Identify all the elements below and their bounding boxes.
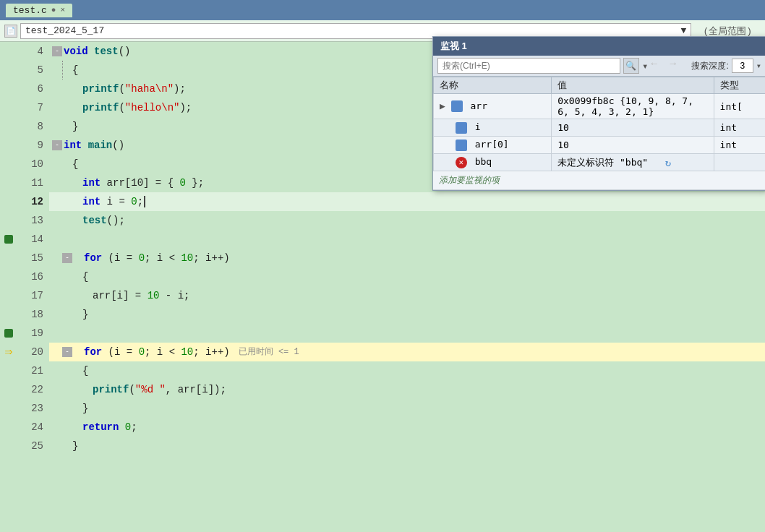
line-num-22: 22: [23, 380, 43, 399]
watch-row-i-type: int: [714, 119, 765, 137]
gutter-20: ⇒: [0, 343, 17, 361]
watch-row-i-name[interactable]: i: [434, 119, 552, 137]
watch-depth-input[interactable]: [732, 59, 753, 73]
fold-marker-4[interactable]: -: [52, 46, 62, 56]
gutter-22: [0, 380, 17, 399]
watch-table: 名称 值 类型 ▶ arr 0x0099fb8c {10, 9, 8, 7, 6…: [433, 77, 765, 171]
line-num-17: 17: [23, 286, 43, 305]
watch-nav-forward-button[interactable]: →: [670, 58, 685, 74]
code-line-20[interactable]: - for (i = 0; i < 10; i++) 已用时间 <= 1: [49, 343, 765, 361]
expand-icon-arr[interactable]: ▶: [440, 100, 445, 111]
watch-row-arr0-value: 10: [552, 137, 714, 154]
line-num-15: 15: [23, 249, 43, 267]
col-name-header: 名称: [434, 77, 552, 94]
code-line-25[interactable]: }: [49, 437, 765, 455]
gutter-15: [0, 249, 17, 267]
dropdown-arrow-icon: ▼: [681, 25, 687, 36]
gutter-18: [0, 305, 17, 324]
gutter-21: [0, 361, 17, 380]
line-numbers: 4 5 6 7 8 9 10 11 12 13 14 15 16 17 18 1…: [17, 42, 49, 532]
code-line-12[interactable]: int i = 0;: [49, 192, 765, 211]
tab-close-button[interactable]: ×: [60, 6, 65, 14]
col-value-header: 值: [552, 77, 714, 94]
tab-label: test.c: [13, 5, 47, 16]
code-line-17[interactable]: arr[i] = 10 - i;: [49, 286, 765, 305]
watch-row-bbq: ✕ bbq 未定义标识符 "bbq" ↻: [434, 154, 766, 171]
watch-row-arr0: arr[0] 10 int: [434, 137, 766, 154]
watch-table-header: 名称 值 类型: [434, 77, 766, 94]
search-icon: 🔍: [625, 61, 636, 72]
line-num-14: 14: [23, 230, 43, 249]
line-num-5: 5: [23, 61, 43, 80]
col-type-header: 类型: [714, 77, 765, 94]
watch-search-button[interactable]: 🔍: [623, 58, 639, 74]
watch-title: 监视 1: [440, 40, 467, 53]
add-watch-item[interactable]: 添加要监视的项: [433, 171, 765, 190]
gutter-14: [0, 230, 17, 249]
perf-hint-20: 已用时间 <= 1: [239, 343, 299, 361]
file-icon: 📄: [4, 25, 17, 38]
watch-nav-back-button[interactable]: ←: [651, 58, 667, 74]
breakpoint-14[interactable]: [4, 235, 13, 244]
gutter-7: [0, 98, 17, 117]
code-line-24[interactable]: return 0;: [49, 418, 765, 437]
code-line-18[interactable]: }: [49, 305, 765, 324]
line-num-4: 4: [23, 42, 43, 61]
watch-depth-arrow-icon[interactable]: ▾: [756, 61, 761, 72]
line-num-8: 8: [23, 117, 43, 136]
line-num-9: 9: [23, 136, 43, 155]
gutter-icons: ⇒: [0, 42, 17, 532]
search-dropdown-icon[interactable]: ▾: [642, 60, 648, 72]
fold-marker-15[interactable]: -: [62, 253, 72, 263]
execution-arrow-icon: ⇒: [5, 346, 13, 359]
breakpoint-19[interactable]: [4, 329, 13, 338]
code-line-23[interactable]: }: [49, 399, 765, 418]
watch-title-bar: 监视 1: [433, 37, 765, 56]
line-num-16: 16: [23, 267, 43, 286]
line-num-10: 10: [23, 155, 43, 173]
line-num-25: 25: [23, 437, 43, 455]
line-num-6: 6: [23, 80, 43, 98]
code-line-22[interactable]: printf("%d ", arr[i]);: [49, 380, 765, 399]
error-icon-bbq: ✕: [456, 157, 467, 168]
line-num-18: 18: [23, 305, 43, 324]
watch-toolbar: 🔍 ▾ ← → 搜索深度: ▾: [433, 56, 765, 77]
gutter-16: [0, 267, 17, 286]
watch-row-bbq-name[interactable]: ✕ bbq: [434, 154, 552, 171]
code-line-13[interactable]: test();: [49, 211, 765, 230]
watch-row-arr0-name[interactable]: arr[0]: [434, 137, 552, 154]
fold-marker-20[interactable]: -: [62, 347, 72, 357]
fold-marker-9[interactable]: -: [52, 140, 62, 150]
line-num-20: 20: [23, 343, 43, 361]
line-num-19: 19: [23, 324, 43, 343]
gutter-23: [0, 399, 17, 418]
line-num-21: 21: [23, 361, 43, 380]
gutter-5: [0, 61, 17, 80]
watch-row-arr-name[interactable]: ▶ arr: [434, 94, 552, 119]
watch-row-arr: ▶ arr 0x0099fb8c {10, 9, 8, 7, 6, 5, 4, …: [434, 94, 766, 119]
watch-icon-i: [456, 122, 467, 134]
gutter-24: [0, 418, 17, 437]
watch-row-arr0-type: int: [714, 137, 765, 154]
cursor: [144, 196, 145, 207]
gutter-10: [0, 155, 17, 173]
code-line-19[interactable]: [49, 324, 765, 343]
gutter-19: [0, 324, 17, 343]
gutter-4: [0, 42, 17, 61]
code-line-15[interactable]: - for (i = 0; i < 10; i++): [49, 249, 765, 267]
code-line-14[interactable]: [49, 230, 765, 249]
watch-row-i: i 10 int: [434, 119, 766, 137]
code-line-16[interactable]: {: [49, 267, 765, 286]
code-line-21[interactable]: {: [49, 361, 765, 380]
line-num-24: 24: [23, 418, 43, 437]
watch-row-arr-value: 0x0099fb8c {10, 9, 8, 7, 6, 5, 4, 3, 2, …: [552, 94, 714, 119]
line-num-12: 12: [23, 192, 43, 211]
gutter-13: [0, 211, 17, 230]
watch-row-arr-type: int[: [714, 94, 765, 119]
watch-search-input[interactable]: [437, 58, 620, 74]
gutter-6: [0, 80, 17, 98]
file-tab[interactable]: test.c ● ×: [6, 4, 72, 17]
reload-icon-bbq[interactable]: ↻: [665, 157, 677, 168]
scope-label: (全局范围): [694, 25, 761, 38]
gutter-25: [0, 437, 17, 455]
